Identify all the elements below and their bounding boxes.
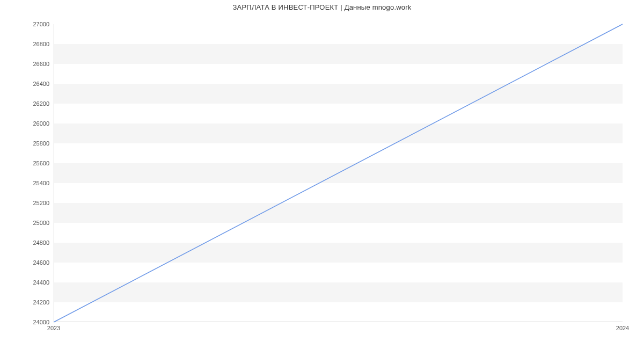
y-tick-label: 24200	[6, 299, 49, 306]
x-tick-label: 2024	[616, 325, 629, 331]
y-tick-label: 26800	[6, 41, 49, 47]
y-tick-label: 26000	[6, 120, 49, 127]
y-tick-label: 25200	[6, 200, 49, 206]
line-layer	[54, 24, 623, 322]
y-tick-label: 25000	[6, 220, 49, 226]
y-tick-label: 26400	[6, 81, 49, 87]
series-line	[54, 24, 623, 322]
y-tick-label: 24800	[6, 239, 49, 246]
y-tick-label: 24400	[6, 279, 49, 286]
y-tick-label: 27000	[6, 21, 49, 27]
plot-area	[54, 24, 623, 322]
y-tick-label: 24600	[6, 259, 49, 266]
y-tick-label: 26200	[6, 100, 49, 107]
y-tick-label: 25600	[6, 160, 49, 166]
y-tick-label: 25800	[6, 140, 49, 147]
y-tick-label: 26600	[6, 61, 49, 67]
y-tick-label: 25400	[6, 180, 49, 186]
x-tick-label: 2023	[47, 325, 60, 331]
chart-title: ЗАРПЛАТА В ИНВЕСТ-ПРОЕКТ | Данные mnogo.…	[0, 3, 644, 11]
y-tick-label: 24000	[6, 319, 49, 325]
chart-container: ЗАРПЛАТА В ИНВЕСТ-ПРОЕКТ | Данные mnogo.…	[0, 0, 644, 349]
